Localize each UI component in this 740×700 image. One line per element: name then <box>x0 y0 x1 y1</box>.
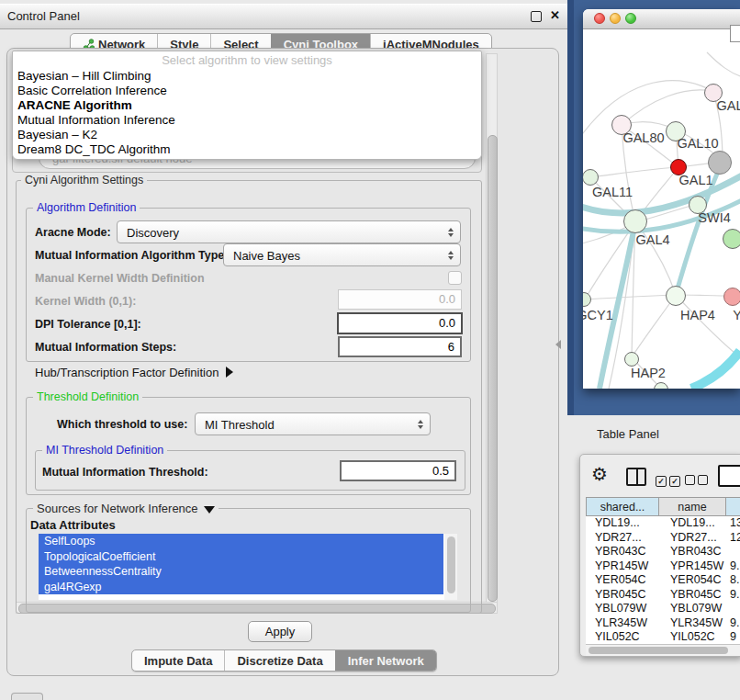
network-node-gray[interactable] <box>708 151 732 175</box>
algorithm-definition-legend: Algorithm Definition <box>33 201 140 214</box>
node-label: HAP2 <box>631 366 666 380</box>
mi-steps-label: Mutual Information Steps: <box>35 341 176 354</box>
table-row[interactable]: YBR043C YBR043C <box>586 545 740 559</box>
panel-collapse-arrow[interactable] <box>555 340 561 349</box>
clear-checkboxes-icon[interactable] <box>685 472 711 489</box>
close-icon[interactable]: ✕ <box>550 8 560 22</box>
table-row[interactable]: YBL079W YBL079W <box>586 602 740 616</box>
table-row[interactable]: YPR145W YPR145W 9. <box>586 559 740 574</box>
column-header-shared[interactable]: shared... <box>586 497 659 516</box>
node-label: GCY1 <box>583 308 613 322</box>
minimize-traffic-light-icon[interactable] <box>610 13 621 24</box>
dropdown-item[interactable]: Bayesian – Hill Climbing <box>13 69 481 84</box>
list-scrollbar[interactable] <box>444 534 457 600</box>
node-label: GAL1 <box>678 173 712 187</box>
expand-triangle-icon <box>226 367 233 378</box>
network-canvas[interactable]: GAL80 GAL10 GAL1 GAL11 SWI4 GAL4 GCY1 HA… <box>583 29 740 389</box>
list-item[interactable]: gal4RGexp <box>39 580 443 595</box>
dpi-tolerance-field[interactable]: 0.0 <box>337 312 463 334</box>
cyni-algorithm-settings-legend: Cyni Algorithm Settings <box>21 174 147 186</box>
collapse-triangle-icon <box>204 506 215 514</box>
manual-kernel-width-label: Manual Kernel Width Definition <box>35 272 205 285</box>
sources-legend[interactable]: Sources for Network Inference <box>33 502 219 515</box>
zoom-traffic-light-icon[interactable] <box>625 13 636 24</box>
aracne-mode-label: Aracne Mode: <box>35 226 111 239</box>
control-panel-title: Control Panel <box>7 9 80 23</box>
stepper-icon <box>418 420 423 429</box>
table-row[interactable]: YDR27... YDR27... 12 <box>586 531 740 546</box>
settings-vertical-scrollbar-thumb[interactable] <box>488 135 498 602</box>
threshold-definition-legend: Threshold Definition <box>33 390 142 403</box>
tab-infer-network[interactable]: Infer Network <box>335 650 436 671</box>
kernel-width-label: Kernel Width (0,1): <box>35 295 136 308</box>
kernel-width-field[interactable]: 0.0 <box>338 289 462 310</box>
float-window-icon[interactable] <box>531 11 542 22</box>
bottom-left-partial-box[interactable] <box>11 693 43 700</box>
network-node[interactable] <box>723 288 740 306</box>
table-header: shared... name <box>586 497 740 516</box>
manual-kernel-width-checkbox[interactable] <box>448 271 462 285</box>
dropdown-item[interactable]: Basic Correlation Inference <box>13 84 481 98</box>
dropdown-item[interactable]: Mutual Information Inference <box>13 113 481 128</box>
network-node[interactable] <box>623 209 647 233</box>
table-body: YDL19... YDL19... 13 YDR27... YDR27... 1… <box>586 516 740 645</box>
table-horizontal-scrollbar[interactable] <box>586 644 740 656</box>
which-threshold-combo[interactable]: MI Threshold <box>195 412 431 435</box>
network-node[interactable] <box>624 352 639 367</box>
list-item[interactable]: BetweennessCentrality <box>39 564 443 580</box>
table-row[interactable]: YIL052C YIL052C 9 <box>586 630 740 645</box>
mi-threshold-field[interactable]: 0.5 <box>340 460 456 481</box>
node-label-clipped: Y <box>733 308 740 322</box>
which-threshold-label: Which threshold to use: <box>57 418 187 431</box>
node-label: HAP4 <box>680 308 715 322</box>
network-window: GAL80 GAL10 GAL1 GAL11 SWI4 GAL4 GCY1 HA… <box>583 9 740 389</box>
node-label-clipped: GAL <box>716 98 740 113</box>
data-attributes-label: Data Attributes <box>30 518 116 532</box>
hub-definition-toggle[interactable]: Hub/Transcription Factor Definition <box>35 366 233 379</box>
node-label: GAL11 <box>592 185 633 199</box>
table-horizontal-scrollbar-thumb[interactable] <box>589 647 728 654</box>
app-root: Control Panel ✕ Network Style Select Cyn… <box>0 0 740 700</box>
list-item[interactable]: SelfLoops <box>39 534 443 549</box>
table-row[interactable]: YBR045C YBR045C 9. <box>586 588 740 603</box>
node-label: GAL10 <box>677 136 718 151</box>
table-row[interactable]: YDL19... YDL19... 13 <box>586 516 740 531</box>
column-header-name[interactable]: name <box>659 497 726 516</box>
select-all-checkboxes-icon[interactable]: ✓✓ <box>656 471 683 488</box>
apply-button[interactable]: Apply <box>248 621 312 642</box>
control-panel-title-bar: Control Panel ✕ <box>0 4 567 29</box>
mi-threshold-definition-legend: MI Threshold Definition <box>42 444 167 457</box>
gear-icon[interactable]: ⚙ <box>591 463 608 485</box>
column-header-clipped[interactable] <box>726 497 740 516</box>
dpi-tolerance-label: DPI Tolerance [0,1]: <box>35 318 141 331</box>
mi-algorithm-type-combo[interactable]: Naive Bayes <box>223 243 461 266</box>
columns-icon[interactable] <box>626 468 646 486</box>
network-node[interactable] <box>723 229 740 249</box>
algorithm-dropdown-list: Select algorithm to view settings Bayesi… <box>12 51 482 160</box>
table-row[interactable]: YER054C YER054C 8. <box>586 573 740 588</box>
dropdown-item-aracne[interactable]: ARACNE Algorithm <box>13 98 481 113</box>
network-window-title-bar[interactable] <box>583 9 740 29</box>
tab-impute-data[interactable]: Impute Data <box>132 650 224 671</box>
tab-discretize-data[interactable]: Discretize Data <box>224 650 334 671</box>
network-node[interactable] <box>666 286 686 306</box>
close-traffic-light-icon[interactable] <box>594 13 605 24</box>
list-item[interactable]: TopologicalCoefficient <box>39 549 443 565</box>
table-panel-window: ⚙ ✓✓ shared... name YDL19... YDL19... 13… <box>579 454 740 657</box>
stepper-icon <box>448 251 454 260</box>
mi-threshold-label: Mutual Information Threshold: <box>42 466 208 479</box>
mi-algorithm-type-label: Mutual Information Algorithm Type: <box>35 249 228 262</box>
node-label: SWI4 <box>698 210 730 225</box>
network-view-edge <box>567 0 574 415</box>
node-label: GAL4 <box>635 232 669 247</box>
network-corner-box <box>730 25 740 42</box>
dropdown-item[interactable]: Dream8 DC_TDC Algorithm <box>13 142 481 157</box>
table-panel-title: Table Panel <box>597 427 659 441</box>
partial-toolbar-icon[interactable] <box>718 465 740 487</box>
dropdown-item[interactable]: Bayesian – K2 <box>13 128 481 142</box>
table-row[interactable]: YLR345W YLR345W 9. <box>586 616 740 631</box>
data-attributes-list: SelfLoops TopologicalCoefficient Between… <box>39 534 457 600</box>
mi-steps-field[interactable]: 6 <box>338 336 462 357</box>
aracne-mode-combo[interactable]: Discovery <box>117 220 461 243</box>
stepper-icon <box>448 228 454 237</box>
